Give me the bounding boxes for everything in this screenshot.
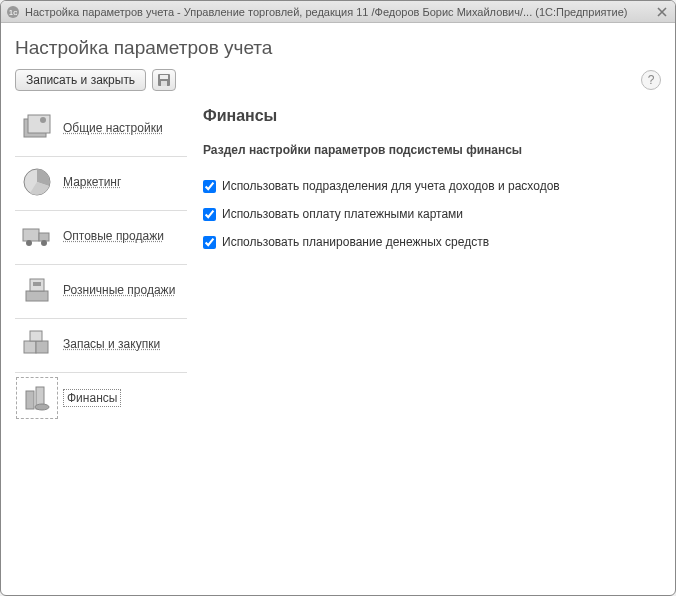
option-checkbox-planning[interactable] [203, 236, 216, 249]
save-button[interactable] [152, 69, 176, 91]
settings-icon [19, 110, 55, 146]
option-label: Использовать подразделения для учета дох… [222, 179, 560, 193]
svg-rect-13 [26, 291, 48, 301]
svg-point-12 [41, 240, 47, 246]
window: 1c Настройка параметров учета - Управлен… [0, 0, 676, 596]
page-title: Настройка параметров учета [15, 37, 661, 59]
sidebar-item-stock[interactable]: Запасы и закупки [15, 319, 187, 373]
svg-rect-17 [36, 341, 48, 353]
close-icon [657, 7, 667, 17]
svg-rect-4 [161, 81, 167, 86]
truck-icon [19, 218, 55, 254]
main-panel: Финансы Раздел настройки параметров подс… [203, 103, 661, 581]
toolbar: Записать и закрыть ? [15, 69, 661, 91]
option-checkbox-departments[interactable] [203, 180, 216, 193]
sidebar-item-label: Оптовые продажи [63, 229, 164, 243]
svg-point-7 [40, 117, 46, 123]
content: Настройка параметров учета Записать и за… [1, 23, 675, 595]
close-button[interactable] [653, 4, 671, 20]
svg-rect-6 [28, 115, 50, 133]
body: Общие настройки Маркетинг Оптовые продаж… [15, 103, 661, 581]
app-icon: 1c [5, 4, 21, 20]
option-row[interactable]: Использовать оплату платежными картами [203, 207, 661, 221]
sidebar-item-label: Запасы и закупки [63, 337, 160, 351]
sidebar-item-label: Финансы [63, 389, 121, 407]
chart-icon [19, 164, 55, 200]
svg-rect-16 [24, 341, 36, 353]
titlebar: 1c Настройка параметров учета - Управлен… [1, 1, 675, 23]
svg-text:1c: 1c [9, 8, 17, 17]
option-label: Использовать планирование денежных средс… [222, 235, 489, 249]
floppy-icon [157, 73, 171, 87]
svg-rect-9 [23, 229, 39, 241]
boxes-icon [19, 326, 55, 362]
svg-rect-18 [30, 331, 42, 341]
sidebar-item-label: Общие настройки [63, 121, 163, 135]
save-close-button[interactable]: Записать и закрыть [15, 69, 146, 91]
help-icon: ? [648, 73, 655, 87]
option-row[interactable]: Использовать планирование денежных средс… [203, 235, 661, 249]
svg-rect-3 [160, 75, 168, 79]
option-row[interactable]: Использовать подразделения для учета дох… [203, 179, 661, 193]
sidebar-item-label: Розничные продажи [63, 283, 175, 297]
sidebar-item-finance[interactable]: Финансы [15, 373, 187, 427]
option-checkbox-cards[interactable] [203, 208, 216, 221]
sidebar-item-wholesale[interactable]: Оптовые продажи [15, 211, 187, 265]
svg-rect-15 [33, 282, 41, 286]
finance-icon [19, 380, 55, 416]
sidebar-item-retail[interactable]: Розничные продажи [15, 265, 187, 319]
svg-point-11 [26, 240, 32, 246]
sidebar-item-label: Маркетинг [63, 175, 121, 189]
sidebar: Общие настройки Маркетинг Оптовые продаж… [15, 103, 187, 581]
cashreg-icon [19, 272, 55, 308]
section-subtitle: Раздел настройки параметров подсистемы ф… [203, 143, 661, 157]
svg-rect-10 [39, 233, 49, 241]
window-title: Настройка параметров учета - Управление … [25, 6, 653, 18]
svg-point-21 [35, 404, 49, 410]
sidebar-item-marketing[interactable]: Маркетинг [15, 157, 187, 211]
section-title: Финансы [203, 107, 661, 125]
help-button[interactable]: ? [641, 70, 661, 90]
svg-rect-19 [26, 391, 34, 409]
option-label: Использовать оплату платежными картами [222, 207, 463, 221]
sidebar-item-general[interactable]: Общие настройки [15, 103, 187, 157]
